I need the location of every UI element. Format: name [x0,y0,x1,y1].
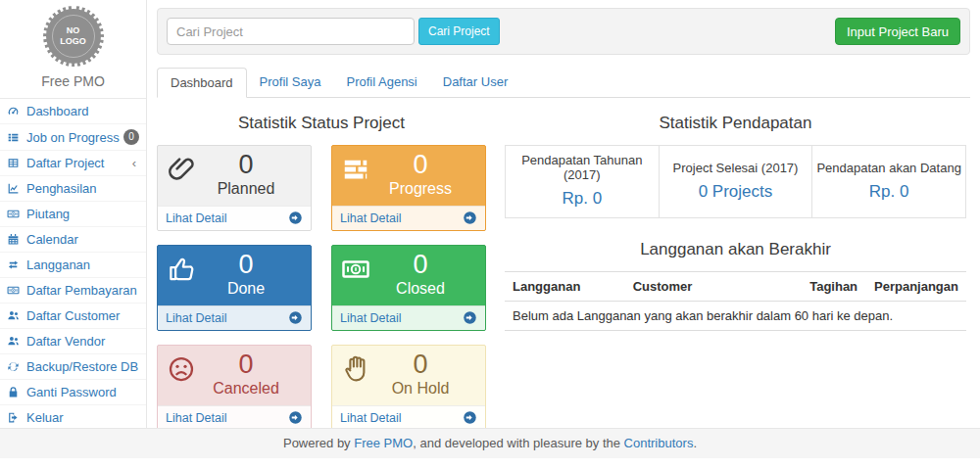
free-pmo-link[interactable]: Free PMO [354,436,413,450]
planned-count: 0 [181,146,311,180]
sidebar-item-penghasilan[interactable]: Penghasilan [0,176,146,202]
money-icon [7,208,22,220]
tab-daftar-user[interactable]: Daftar User [430,68,520,98]
tab-dashboard[interactable]: Dashboard [157,68,247,98]
sidebar-menu: Dashboard Job on Progress 0 Daftar Proje… [0,98,146,431]
no-logo-badge: NO LOGO [43,6,104,67]
sidebar-item-label: Ganti Password [26,385,117,399]
frown-icon [167,354,196,384]
footer-text: . [693,436,697,450]
sidebar-item-backup-restore-db[interactable]: Backup/Restore DB [0,354,146,380]
sidebar-item-label: Job on Progress [26,130,120,145]
logo: NO LOGO Free PMO [0,0,146,89]
lock-icon [7,386,22,398]
canceled-lihat-detail-link[interactable]: Lihat Detail [158,405,311,430]
arrow-circle-right-icon [463,410,477,425]
sidebar-item-daftar-vendor[interactable]: Daftar Vendor [0,329,146,354]
sidebar-item-label: Backup/Restore DB [26,359,138,374]
calendar-icon [7,233,22,246]
search-button[interactable]: Cari Project [418,18,500,45]
sidebar-item-job-on-progress[interactable]: Job on Progress 0 [0,124,146,151]
status-section: Statistik Status Project 0 Planned Lihat… [157,102,486,431]
pendapatan-tahunan-value-link[interactable]: Rp. 0 [563,189,603,209]
stat-label: Project Selesai (2017) [663,161,808,175]
sidebar-item-daftar-customer[interactable]: Daftar Customer [0,304,146,329]
done-label: Done [181,280,311,298]
sidebar-item-label: Dashboard [26,104,89,118]
sidebar-item-label: Daftar Project [26,156,104,170]
sidebar-item-langganan[interactable]: Langganan [0,253,146,278]
column-header-langganan: Langganan [505,272,625,302]
subscription-section-title: Langganan akan Berakhir [505,240,966,259]
sidebar-item-daftar-pembayaran[interactable]: Daftar Pembayaran [0,278,146,304]
sidebar-item-label: Piutang [26,207,70,221]
column-header-perpanjangan: Perpanjangan [866,272,966,302]
closed-lihat-detail-link[interactable]: Lihat Detail [332,305,485,330]
status-section-title: Statistik Status Project [157,114,486,133]
input-project-baru-button[interactable]: Input Project Baru [835,18,960,45]
pendapatan-akan-datang-value-link[interactable]: Rp. 0 [869,182,909,202]
canceled-label: Canceled [181,380,311,398]
canceled-count: 0 [181,346,311,380]
arrow-circle-right-icon [463,310,477,325]
done-lihat-detail-link[interactable]: Lihat Detail [158,305,311,330]
sidebar-item-label: Daftar Pembayaran [26,283,137,298]
closed-count: 0 [356,246,485,280]
progress-lihat-detail-link[interactable]: Lihat Detail [332,206,485,230]
project-selesai-value-link[interactable]: 0 Projects [699,182,773,202]
arrow-circle-right-icon [288,410,303,425]
on-hold-lihat-detail-link[interactable]: Lihat Detail [332,405,485,430]
hand-icon [341,354,370,384]
brand-name: Free PMO [0,73,146,89]
sidebar-item-label: Daftar Customer [26,308,120,323]
closed-label: Closed [356,280,485,298]
sidebar-item-piutang[interactable]: Piutang [0,202,146,227]
status-card-on-hold: 0 On Hold Lihat Detail [331,345,486,431]
stat-label: Pendapatan akan Datang [816,161,961,175]
sidebar-item-label: Calendar [26,232,78,247]
contributors-link[interactable]: Contributors [624,436,694,450]
job-count-badge: 0 [123,129,139,145]
sidebar-item-dashboard[interactable]: Dashboard [0,99,146,124]
income-section: Statistik Pendapatan Pendapatan Tahunan … [505,102,966,431]
list-icon [7,131,22,144]
search-bar: Cari Project Input Project Baru [157,8,970,55]
status-card-done: 0 Done Lihat Detail [157,245,312,331]
arrow-circle-right-icon [288,310,303,325]
search-input[interactable] [167,18,415,45]
tachometer-icon [7,105,22,117]
column-header-customer: Customer [625,272,803,302]
sidebar-item-calendar[interactable]: Calendar [0,227,146,253]
refresh-icon [7,360,22,373]
chevron-left-icon: ‹ [132,159,139,168]
subscription-table: Langganan Customer Tagihan Perpanjangan … [505,271,966,331]
sidebar-item-daftar-project[interactable]: Daftar Project ‹ [0,151,146,176]
column-header-tagihan: Tagihan [802,272,866,302]
sidebar-item-ganti-password[interactable]: Ganti Password [0,380,146,405]
table-icon [7,157,22,169]
tab-profil-saya[interactable]: Profil Saya [247,68,334,98]
table-row: Belum ada Langganan yang akan berakhir d… [505,302,966,331]
sidebar-item-label: Langganan [26,257,90,272]
tasks-icon [341,155,370,184]
tab-profil-agensi[interactable]: Profil Agensi [333,68,429,98]
arrow-circle-right-icon [463,211,477,225]
planned-label: Planned [181,180,311,198]
sidebar: NO LOGO Free PMO Dashboard Job on Progre… [0,0,147,432]
planned-lihat-detail-link[interactable]: Lihat Detail [158,206,311,230]
status-card-planned: 0 Planned Lihat Detail [157,145,312,231]
income-section-title: Statistik Pendapatan [505,114,966,133]
sidebar-item-label: Keluar [26,410,64,425]
done-count: 0 [181,246,311,280]
footer-text: , and developed with pleasure by the [413,436,623,450]
page-footer: Powered by Free PMO, and developed with … [0,428,980,458]
users-icon [7,335,22,348]
users-icon [7,309,22,322]
status-card-canceled: 0 Canceled Lihat Detail [157,345,312,431]
tab-bar: Dashboard Profil Saya Profil Agensi Daft… [157,68,970,98]
stat-label: Pendapatan Tahunan (2017) [510,153,655,182]
empty-subscription-message: Belum ada Langganan yang akan berakhir d… [505,302,966,331]
on-hold-count: 0 [356,346,485,380]
sign-out-icon [7,411,22,424]
progress-label: Progress [356,180,485,198]
